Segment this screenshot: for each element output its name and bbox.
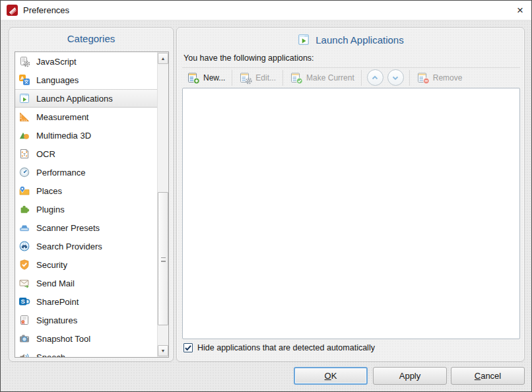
panel-title-text: Launch Applications [316,34,403,46]
sidebar-item-signatures[interactable]: Signatures [15,311,157,329]
hide-apps-label: Hide applications that are detected auto… [197,343,375,352]
sidebar-item-label: Scanner Presets [36,223,100,233]
sidebar-item-label: Multimedia 3D [36,131,91,141]
panel-title: Launch Applications [177,33,524,46]
sidebar-item-speech[interactable]: Speech [15,348,157,357]
sidebar-item-send-mail[interactable]: Send Mail [15,274,157,292]
send-mail-icon [18,277,30,289]
launch-applications-icon [18,92,30,104]
sidebar-item-measurement[interactable]: Measurement [15,108,157,126]
pdf-xchange-logo-icon [7,5,18,16]
dialog-content: Categories JavaScri [1,20,531,391]
dialog-footer: OK Apply Cancel [1,360,531,391]
performance-icon [18,166,30,178]
snapshot-tool-icon [18,333,30,344]
sidebar-item-search-providers[interactable]: Search Providers [15,237,157,255]
sidebar-item-label: Languages [36,75,79,85]
applications-toolbar: New... Edit... [182,67,520,87]
sidebar-item-snapshot-tool[interactable]: Snapshot Tool [15,329,157,348]
svg-text:T: T [23,152,26,156]
remove-application-icon [416,71,430,84]
sidebar-item-label: Launch Applications [36,94,113,104]
measurement-icon [18,111,30,123]
categories-panel: Categories JavaScri [9,27,174,362]
apply-button[interactable]: Apply [373,367,447,385]
hide-apps-checkbox[interactable] [183,343,193,352]
new-button-label: New... [203,73,225,82]
ok-button-label: OK [295,371,366,381]
categories-scrollbar[interactable]: ▲ ▼ [157,52,168,357]
intro-text: You have the following applications: [183,53,314,63]
toolbar-separator [409,70,410,86]
categories-title: Categories [9,33,173,44]
sidebar-item-javascript[interactable]: JavaScript [15,52,157,71]
sidebar-item-label: SharePoint [36,297,79,307]
new-application-icon [187,71,200,84]
edit-button[interactable]: Edit... [236,70,279,86]
multimedia-3d-icon [18,129,30,141]
languages-icon: A [18,74,30,86]
scanner-presets-icon [18,222,30,234]
sidebar-item-ocr[interactable]: T OCR [15,145,157,163]
chevron-up-icon [370,73,380,82]
move-up-button[interactable] [367,69,383,86]
search-providers-icon [18,240,30,252]
sidebar-item-label: Send Mail [36,278,75,288]
make-current-icon [290,71,303,84]
sidebar-item-places[interactable]: Places [15,181,157,200]
close-icon[interactable]: × [509,1,531,20]
sidebar-item-label: OCR [36,149,55,159]
checkmark-icon [184,344,192,352]
scroll-down-icon[interactable]: ▼ [158,345,168,356]
sidebar-item-label: Plugins [36,205,65,214]
sidebar-item-launch-applications[interactable]: Launch Applications [15,89,157,108]
launch-applications-panel: Launch Applications You have the followi… [176,27,525,362]
svg-text:S: S [21,298,25,305]
sharepoint-icon: S [18,296,30,308]
sidebar-item-languages[interactable]: A Languages [15,71,157,89]
sidebar-item-sharepoint[interactable]: S SharePoint [15,292,157,311]
sidebar-item-label: Security [36,260,67,270]
remove-button-label: Remove [433,73,463,82]
chevron-down-icon [391,73,400,82]
scroll-up-icon[interactable]: ▲ [158,53,168,64]
sidebar-item-multimedia-3d[interactable]: Multimedia 3D [15,126,157,145]
edit-application-icon [239,71,252,84]
window-title: Preferences [23,5,69,15]
scrollbar-grip [161,257,166,261]
javascript-icon [18,55,30,67]
categories-rows: JavaScript A Languages [15,52,157,357]
launch-applications-icon [297,33,310,46]
sidebar-item-security[interactable]: Security [15,255,157,274]
hide-apps-row: Hide applications that are detected auto… [183,343,375,352]
sidebar-item-label: Measurement [36,112,88,122]
sidebar-item-label: Performance [36,168,85,178]
sidebar-item-label: Places [36,186,62,196]
toolbar-separator [232,70,232,86]
signatures-icon [18,314,30,326]
apply-button-label: Apply [399,371,421,381]
applications-list[interactable] [182,88,520,339]
toolbar-separator [361,70,362,86]
ocr-icon: T [18,148,30,160]
move-down-button[interactable] [387,69,404,86]
cancel-button-label: Cancel [451,371,524,381]
titlebar: Preferences × [1,1,531,20]
sidebar-item-label: JavaScript [36,57,77,67]
ok-button[interactable]: OK [294,367,368,385]
cancel-button[interactable]: Cancel [451,367,525,385]
sidebar-item-plugins[interactable]: Plugins [15,200,157,218]
speech-icon [18,351,30,357]
make-current-button-label: Make Current [306,73,354,82]
sidebar-item-scanner-presets[interactable]: Scanner Presets [15,218,157,237]
plugins-icon [18,203,30,215]
make-current-button[interactable]: Make Current [286,70,358,86]
sidebar-item-label: Signatures [36,315,77,325]
new-button[interactable]: New... [183,70,228,86]
sidebar-item-label: Speech [36,352,65,358]
sidebar-item-performance[interactable]: Performance [15,163,157,181]
security-icon [18,259,30,271]
remove-button[interactable]: Remove [413,70,466,86]
scrollbar-thumb[interactable] [158,192,168,325]
sidebar-item-label: Snapshot Tool [36,334,90,344]
